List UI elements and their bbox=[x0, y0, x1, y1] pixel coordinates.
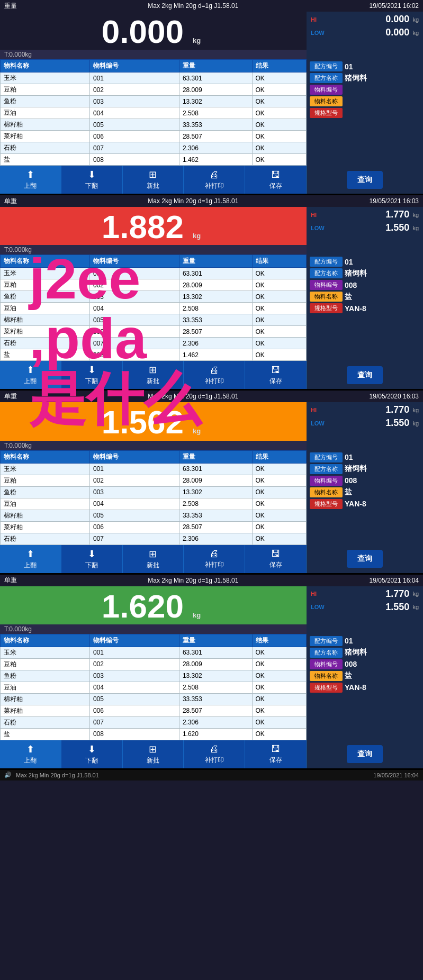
table-row: 豆油0042.508OK bbox=[1, 303, 307, 314]
info-label: 物料编号 bbox=[310, 280, 343, 290]
table-row: 鱼粉00313.302OK bbox=[1, 96, 307, 107]
上翻-label: 上翻 bbox=[24, 756, 37, 765]
table-cell: 004 bbox=[89, 682, 179, 693]
query-button[interactable]: 查询 bbox=[347, 550, 383, 568]
保存-button[interactable]: 🖫 保存 bbox=[245, 545, 307, 573]
保存-label: 保存 bbox=[269, 756, 282, 765]
table-cell: OK bbox=[252, 84, 306, 96]
table-cell: OK bbox=[252, 131, 306, 142]
weight-unit: kg bbox=[193, 37, 205, 44]
下翻-button[interactable]: ⬇ 下翻 bbox=[61, 166, 123, 194]
table-cell: OK bbox=[252, 670, 306, 682]
action-buttons: ⬆ 上翻 ⬇ 下翻 ⊞ 新批 🖨 补打印 🖫 保存 bbox=[0, 740, 307, 768]
low-value: 0.000 bbox=[329, 27, 409, 38]
table-cell: 玉米 bbox=[1, 72, 90, 84]
query-button[interactable]: 查询 bbox=[347, 171, 383, 189]
table-cell: 33.353 bbox=[179, 119, 252, 131]
table-cell: 玉米 bbox=[1, 647, 90, 658]
table-cell: 鱼粉 bbox=[1, 96, 90, 107]
新批-button[interactable]: ⊞ 新批 bbox=[123, 740, 184, 768]
info-value: 猪饲料 bbox=[345, 74, 420, 83]
table-row: 玉米00163.301OK bbox=[1, 463, 307, 475]
info-label: 配方名称 bbox=[310, 73, 343, 83]
保存-button[interactable]: 🖫 保存 bbox=[245, 740, 307, 768]
补打印-button[interactable]: 🖨 补打印 bbox=[184, 545, 245, 573]
保存-button[interactable]: 🖫 保存 bbox=[245, 361, 307, 389]
weight-area: 1.562 kg T:0.000kg HI 1.770 kg LOW 1.550… bbox=[0, 402, 423, 450]
上翻-button[interactable]: ⬆ 上翻 bbox=[0, 361, 61, 389]
query-button[interactable]: 查询 bbox=[347, 366, 383, 384]
info-label: 配方名称 bbox=[310, 268, 343, 278]
保存-button[interactable]: 🖫 保存 bbox=[245, 166, 307, 194]
table-cell: 002 bbox=[89, 475, 179, 486]
table-area: 物料名称物料编号重量结果玉米00163.301OK豆粕00228.009OK鱼粉… bbox=[0, 450, 423, 545]
上翻-button[interactable]: ⬆ 上翻 bbox=[0, 166, 61, 194]
table-row: 石粉0072.306OK bbox=[1, 533, 307, 545]
table-cell: 菜籽粕 bbox=[1, 326, 90, 338]
table-cell: OK bbox=[252, 475, 306, 486]
下翻-button[interactable]: ⬇ 下翻 bbox=[61, 361, 123, 389]
topbar-right: 19/05/2020 16:03 bbox=[370, 393, 419, 400]
table-cell: 28.507 bbox=[179, 326, 252, 338]
table-row: 菜籽粕00628.507OK bbox=[1, 326, 307, 338]
weight-unit: kg bbox=[193, 232, 205, 240]
table-cell: 玉米 bbox=[1, 268, 90, 279]
table-cell: 石粉 bbox=[1, 533, 90, 545]
table-cell: 石粉 bbox=[1, 716, 90, 728]
table-cell: 005 bbox=[89, 693, 179, 705]
table-cell: 003 bbox=[89, 291, 179, 303]
新批-button[interactable]: ⊞ 新批 bbox=[123, 361, 184, 389]
info-label: 配方编号 bbox=[310, 257, 343, 267]
table-cell: 003 bbox=[89, 96, 179, 107]
table-row: 盐0081.462OK bbox=[1, 349, 307, 361]
table-row: 石粉0072.306OK bbox=[1, 338, 307, 349]
info-row: 配方名称 猪饲料 bbox=[310, 268, 420, 278]
上翻-button[interactable]: ⬆ 上翻 bbox=[0, 740, 61, 768]
hi-unit: kg bbox=[412, 407, 419, 413]
上翻-button[interactable]: ⬆ 上翻 bbox=[0, 545, 61, 573]
topbar-center: Max 2kg Min 20g d=1g J1.58.01 bbox=[148, 393, 238, 400]
table-cell: 005 bbox=[89, 314, 179, 326]
table-cell: 001 bbox=[89, 268, 179, 279]
table-cell: 13.302 bbox=[179, 291, 252, 303]
新批-button[interactable]: ⊞ 新批 bbox=[123, 545, 184, 573]
topbar-center: Max 2kg Min 20g d=1g J1.58.01 bbox=[148, 2, 238, 10]
table-cell: OK bbox=[252, 279, 306, 291]
hi-value: 0.000 bbox=[329, 14, 409, 25]
hi-unit: kg bbox=[412, 591, 419, 597]
下翻-button[interactable]: ⬇ 下翻 bbox=[61, 740, 123, 768]
补打印-label: 补打印 bbox=[205, 377, 224, 386]
table-cell: OK bbox=[252, 314, 306, 326]
table-cell: OK bbox=[252, 268, 306, 279]
table-cell: 菜籽粕 bbox=[1, 131, 90, 142]
info-row: 物料编号 bbox=[310, 85, 420, 95]
info-row: 规格型号 YAN-8 bbox=[310, 499, 420, 509]
info-value: YAN-8 bbox=[345, 683, 420, 692]
下翻-button[interactable]: ⬇ 下翻 bbox=[61, 545, 123, 573]
table-cell: 28.507 bbox=[179, 521, 252, 533]
table-cell: 001 bbox=[89, 647, 179, 658]
补打印-icon: 🖨 bbox=[210, 365, 219, 376]
补打印-button[interactable]: 🖨 补打印 bbox=[184, 361, 245, 389]
table-cell: 003 bbox=[89, 670, 179, 682]
info-row: 配方编号 01 bbox=[310, 257, 420, 267]
table-cell: 1.620 bbox=[179, 728, 252, 740]
table-row: 鱼粉00313.302OK bbox=[1, 291, 307, 303]
上翻-icon: ⬆ bbox=[26, 548, 34, 560]
table-cell: OK bbox=[252, 303, 306, 314]
table-header: 结果 bbox=[252, 255, 306, 268]
新批-button[interactable]: ⊞ 新批 bbox=[123, 166, 184, 194]
下翻-label: 下翻 bbox=[85, 561, 98, 570]
info-row: 物料编号 008 bbox=[310, 280, 420, 290]
补打印-button[interactable]: 🖨 补打印 bbox=[184, 740, 245, 768]
补打印-button[interactable]: 🖨 补打印 bbox=[184, 166, 245, 194]
table-cell: OK bbox=[252, 533, 306, 545]
table-row: 豆油0042.508OK bbox=[1, 107, 307, 119]
button-bar: ⬆ 上翻 ⬇ 下翻 ⊞ 新批 🖨 补打印 🖫 保存 查询 bbox=[0, 545, 423, 573]
query-area: 查询 bbox=[307, 166, 423, 194]
low-value: 1.550 bbox=[329, 222, 409, 233]
query-button[interactable]: 查询 bbox=[347, 745, 383, 763]
low-label: LOW bbox=[311, 30, 326, 36]
table-cell: 13.302 bbox=[179, 486, 252, 498]
table-cell: 石粉 bbox=[1, 142, 90, 154]
